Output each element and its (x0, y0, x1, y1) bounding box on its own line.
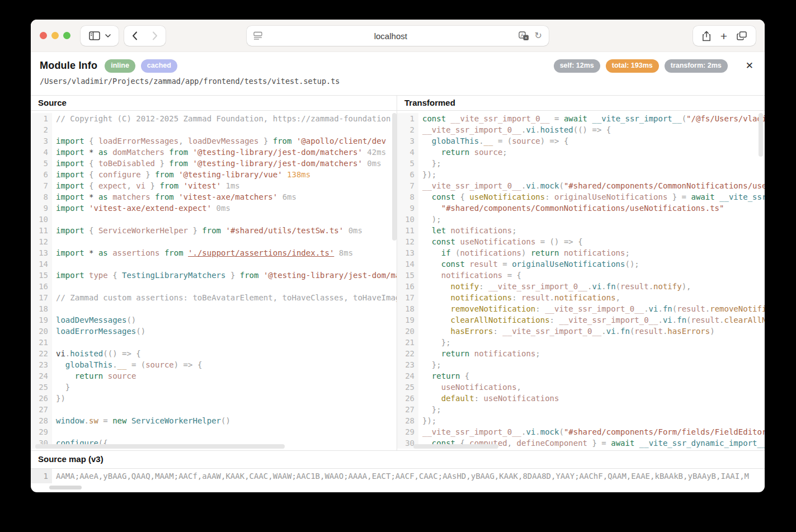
line-number: 8 (397, 191, 418, 203)
code-text: const __vite_ssr_import_0__ = await __vi… (418, 113, 765, 124)
code-text: __vite_ssr_import_0__.vi.mock("#shared/c… (418, 180, 765, 191)
address-bar[interactable]: localhost A × ↻ (247, 26, 549, 46)
code-text: import { loadErrorMessages, loadDevMessa… (52, 135, 397, 147)
code-text: useNotifications, (418, 382, 765, 393)
line-number: 13 (397, 247, 418, 258)
code-line: 23 globalThis.__ = (source) => { (31, 359, 397, 370)
code-line: 1// Copyright (C) 2012-2025 Zammad Found… (31, 113, 397, 124)
line-number: 17 (397, 292, 418, 303)
reload-icon[interactable]: ↻ (535, 31, 542, 40)
module-badges: inlinecached (105, 59, 177, 73)
url-text[interactable]: localhost (263, 31, 519, 41)
line-number: 19 (31, 314, 52, 326)
line-number: 24 (397, 370, 418, 382)
metric-badges: self: 12mstotal: 193mstransform: 2ms (554, 59, 728, 73)
code-line: 24 return { (397, 370, 765, 382)
code-text: globalThis.__ = (source) => { (418, 135, 765, 147)
line-number: 19 (397, 314, 418, 326)
code-text: import type { TestingLibraryMatchers } f… (52, 270, 397, 281)
line-number: 25 (397, 382, 418, 393)
sourcemap-line-number: 1 (31, 469, 52, 483)
code-line: 22 return notifications; (397, 348, 765, 359)
back-button[interactable] (125, 26, 145, 46)
zoom-window-button[interactable] (63, 32, 70, 39)
transformed-vertical-scrollbar[interactable] (759, 113, 763, 157)
line-number: 14 (31, 258, 52, 270)
code-text: }; (418, 359, 765, 370)
line-number: 6 (31, 169, 52, 180)
line-number: 16 (397, 281, 418, 292)
code-text (52, 258, 397, 270)
forward-button[interactable] (145, 26, 165, 46)
code-text: }; (418, 404, 765, 415)
transformed-code-pane: 1const __vite_ssr_import_0__ = await __v… (397, 111, 765, 450)
line-number: 3 (397, 135, 418, 147)
code-text: if (notifications) return notifications; (418, 247, 765, 258)
line-number: 14 (397, 258, 418, 270)
code-line: 27 }; (397, 404, 765, 415)
transformed-horizontal-scrollbar[interactable] (413, 444, 498, 449)
code-text: } (52, 382, 397, 393)
code-line: 27 (31, 404, 397, 415)
source-code-pane: 1// Copyright (C) 2012-2025 Zammad Found… (31, 111, 397, 450)
code-line: 18 removeNotification: __vite_ssr_import… (397, 303, 765, 314)
sourcemap-mappings: AAMA;AAeA,yBAAG,QAAQ,MAAM;AACf,aAAW,KAAK… (52, 469, 765, 483)
code-text: }); (418, 415, 765, 426)
line-number: 16 (31, 281, 52, 292)
code-text: window.sw = new ServiceWorkerHelper() (52, 415, 397, 426)
code-line: 2__vite_ssr_import_0__.vi.hoisted(() => … (397, 124, 765, 135)
page-settings-icon[interactable] (253, 31, 263, 40)
code-text (52, 214, 397, 225)
code-line: 15 notifications = { (397, 270, 765, 281)
code-text: ); (418, 214, 765, 225)
chevron-left-icon (132, 31, 138, 40)
code-text: loadErrorMessages() (52, 326, 397, 337)
code-line: 13import * as assertions from './support… (31, 247, 397, 258)
code-text: clearAllNotifications: __vite_ssr_import… (418, 314, 765, 326)
code-line: 6}); (397, 169, 765, 180)
code-text: __vite_ssr_import_0__.vi.mock("#shared/c… (418, 426, 765, 437)
code-text: globalThis.__ = (source) => { (52, 359, 397, 370)
tab-overview-icon[interactable] (737, 31, 747, 40)
code-line: 15import type { TestingLibraryMatchers }… (31, 270, 397, 281)
code-line: 11 let notifications; (397, 225, 765, 236)
share-icon[interactable] (702, 31, 711, 41)
translate-icon[interactable]: A × (519, 31, 529, 41)
code-text: const useNotifications = () => { (418, 236, 765, 247)
source-pane-title: Source (31, 96, 397, 110)
code-text: default: useNotifications (418, 393, 765, 404)
code-line: 12 (31, 236, 397, 247)
source-vertical-scrollbar[interactable] (392, 113, 397, 241)
new-tab-button[interactable]: + (720, 30, 727, 42)
code-text (52, 124, 397, 135)
sidebar-toggle-group[interactable] (81, 26, 119, 46)
line-number: 15 (31, 270, 52, 281)
code-text: import * as matchers from 'vitest-axe/ma… (52, 191, 397, 203)
chevron-right-icon (152, 31, 158, 40)
line-number: 15 (397, 270, 418, 281)
line-number: 18 (397, 303, 418, 314)
line-number: 27 (31, 404, 52, 415)
sourcemap-horizontal-scrollbar[interactable] (49, 486, 82, 489)
code-line: 10 (31, 214, 397, 225)
code-line: 19 clearAllNotifications: __vite_ssr_imp… (397, 314, 765, 326)
close-icon[interactable]: ✕ (743, 61, 756, 70)
line-number: 27 (397, 404, 418, 415)
code-line: 23 }; (397, 359, 765, 370)
line-number: 4 (397, 147, 418, 158)
code-text: import 'vitest-axe/extend-expect' 0ms (52, 203, 397, 214)
line-number: 26 (397, 393, 418, 404)
source-horizontal-scrollbar[interactable] (35, 444, 285, 449)
code-line: 2 (31, 124, 397, 135)
line-number: 29 (397, 426, 418, 437)
minimize-window-button[interactable] (51, 32, 59, 39)
line-number: 1 (31, 113, 52, 124)
metric-badge: total: 193ms (606, 59, 659, 73)
page-title: Module Info (40, 60, 97, 72)
code-text: import { ServiceWorkerHelper } from '#sh… (52, 225, 397, 236)
code-line: 8import * as matchers from 'vitest-axe/m… (31, 191, 397, 203)
close-window-button[interactable] (40, 32, 47, 39)
code-text: }); (418, 169, 765, 180)
code-line: 28}); (397, 415, 765, 426)
line-number: 18 (31, 303, 52, 314)
